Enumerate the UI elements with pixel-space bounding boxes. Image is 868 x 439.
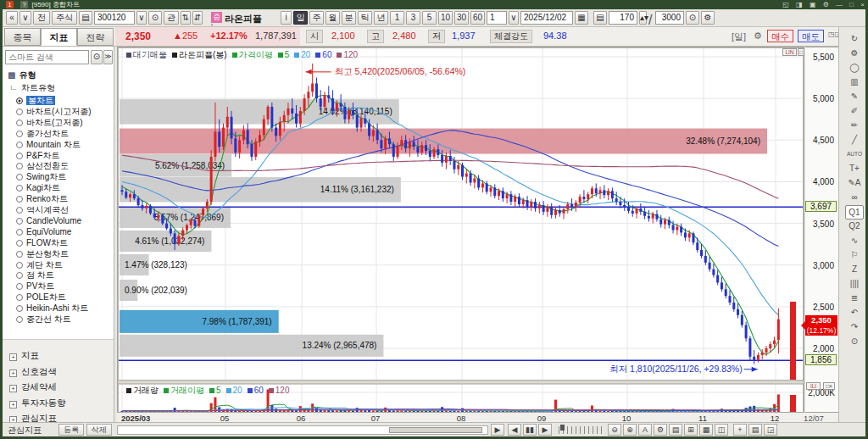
period-button-주[interactable]: 주	[309, 11, 324, 25]
tool-icon-1[interactable]: ⚙	[845, 47, 864, 61]
tool-icon-18[interactable]: ≣	[845, 292, 864, 306]
h-scrollbar-thumb[interactable]	[389, 427, 482, 433]
tool-icon-17[interactable]: ||||	[845, 277, 864, 292]
chart-type-2[interactable]: 바차트(고저종)	[3, 117, 114, 128]
chart-type-14[interactable]: 분산형차트	[3, 248, 114, 259]
bottom-right-icon-1[interactable]: ▤	[748, 424, 762, 436]
search-more-icon[interactable]: ≫	[103, 50, 113, 64]
period-button-월[interactable]: 월	[326, 11, 340, 25]
expand-icon[interactable]: +	[9, 353, 17, 361]
radio-icon[interactable]	[16, 262, 23, 269]
chart-type-16[interactable]: 점 차트	[3, 270, 114, 281]
sidebar-section-지표[interactable]: +지표	[3, 350, 114, 362]
tool-icon-21[interactable]: ⊙	[845, 335, 864, 349]
gear-icon[interactable]: ⚙	[754, 31, 762, 42]
chart-type-13[interactable]: FLOW차트	[3, 237, 114, 248]
tool-icon-13[interactable]: Q2	[845, 220, 864, 234]
search-input[interactable]	[5, 50, 89, 64]
sort-down-icon[interactable]: ⇵	[192, 11, 203, 25]
tool-icon-7[interactable]: ╱	[845, 133, 864, 147]
bottom-icon-1[interactable]: ⊕	[623, 424, 637, 436]
tool-icon-10[interactable]: ✎A	[845, 176, 864, 191]
tool-icon-16[interactable]: Z	[845, 263, 864, 277]
bottom-icon-5[interactable]: ⊞	[684, 424, 698, 436]
h-scrollbar[interactable]	[117, 425, 488, 435]
info-button[interactable]: i	[281, 11, 292, 25]
asset-class-button[interactable]: 주식	[52, 11, 77, 25]
chart-type-7[interactable]: Swing차트	[3, 171, 114, 182]
prev-stock-button[interactable]: 전	[33, 11, 50, 25]
radio-icon[interactable]	[16, 108, 23, 115]
bottom-icon-4[interactable]: ▤	[669, 424, 682, 436]
chart-type-8[interactable]: Kagi차트	[3, 182, 114, 193]
bottom-icon-2[interactable]: A	[638, 424, 652, 436]
sidebar-section-투자자동향[interactable]: +투자자동향	[3, 397, 114, 409]
chart-type-12[interactable]: EquiVolume	[3, 226, 114, 237]
radio-icon[interactable]	[16, 218, 23, 225]
layout-icon[interactable]: ▤	[79, 11, 92, 25]
chart-type-5[interactable]: P&F차트	[3, 150, 114, 161]
count-spinner[interactable]: ▴▾	[639, 11, 647, 25]
bottom-icon-6[interactable]: ▦	[699, 424, 713, 436]
tool-icon-15[interactable]: ⚐	[845, 248, 864, 263]
interval-button-60[interactable]: 60	[470, 11, 485, 25]
radio-icon[interactable]	[16, 97, 23, 104]
bottom-right-icon-2[interactable]: ◲	[764, 424, 777, 436]
candle-count-input[interactable]: 170	[609, 11, 637, 25]
interval-input[interactable]: 1	[487, 11, 507, 25]
chart-type-15[interactable]: 계단 차트	[3, 259, 114, 270]
apply-count-icon[interactable]: ⊙	[686, 11, 699, 25]
chart-type-9[interactable]: Renko차트	[3, 193, 114, 204]
tool-icon-2[interactable]: ◯	[845, 61, 864, 75]
window-controls[interactable]: ◱ ◨ ▣ ⚙ — □ ×	[782, 0, 867, 9]
tool-icon-6[interactable]: ✏	[845, 119, 864, 133]
expand-icon[interactable]: +	[9, 401, 17, 408]
tool-icon-8[interactable]: AUTO	[845, 147, 864, 162]
interval-button-1[interactable]: 1	[390, 11, 404, 25]
tool-icon-5[interactable]: ✐	[845, 104, 864, 119]
date-input[interactable]: 2025/12/02	[520, 11, 573, 25]
chart-type-0[interactable]: 봉차트	[3, 95, 114, 106]
chart-type-18[interactable]: POLE차트	[3, 292, 114, 303]
help-icon[interactable]: ?	[20, 1, 28, 8]
bottom-icon-0[interactable]: ⊖	[608, 424, 621, 436]
interval-button-30[interactable]: 30	[454, 11, 469, 25]
search-icon[interactable]: ⊙	[91, 50, 103, 64]
radio-icon[interactable]	[16, 294, 23, 301]
chart-type-11[interactable]: CandleVolume	[3, 215, 114, 226]
tool-icon-20[interactable]: ↷	[845, 320, 864, 335]
tool-icon-12[interactable]: Q1	[845, 205, 864, 220]
sell-button[interactable]: 매도	[798, 30, 824, 42]
zoom-slider[interactable]	[559, 426, 603, 434]
sidebar-section-신호검색[interactable]: +신호검색	[3, 366, 114, 378]
expand-icon[interactable]: +	[9, 385, 17, 392]
main-pane-max-button[interactable]: □	[798, 48, 804, 56]
watchlist-button[interactable]: 관	[164, 11, 179, 25]
radio-icon[interactable]	[16, 163, 23, 169]
bottom-icon-7[interactable]: ◫	[715, 424, 728, 436]
radio-icon[interactable]	[16, 251, 23, 258]
tool-icon-14[interactable]: ∿	[845, 234, 864, 248]
tool-icon-11[interactable]: ∞	[845, 191, 864, 205]
chart-type-20[interactable]: 중간선 차트	[3, 314, 114, 325]
chart-area[interactable]: 14.02% (3,140,115)32.48% (7,274,104)5.62…	[117, 47, 804, 413]
chart-type-19[interactable]: Heikin-Ashi 차트	[3, 303, 114, 314]
tick-mode-icon[interactable]: ▤	[593, 11, 607, 25]
tab-종목[interactable]: 종목	[4, 28, 41, 46]
radio-icon[interactable]	[16, 283, 23, 290]
zoom-slider-handle[interactable]	[560, 425, 565, 431]
volume-pane-scale-button[interactable]: ILI	[806, 382, 821, 390]
radio-icon[interactable]	[16, 272, 23, 279]
radio-icon[interactable]	[16, 119, 23, 126]
nav-back-button[interactable]: «	[6, 11, 18, 25]
radio-icon[interactable]	[16, 207, 23, 214]
total-count-input[interactable]: 3000	[655, 11, 684, 25]
delete-button-2[interactable]: 삭제	[86, 424, 112, 436]
buy-button[interactable]: 매수	[767, 30, 793, 42]
tab-지표[interactable]: 지표	[41, 28, 77, 46]
toolbar-settings-icon[interactable]: ⚙	[701, 11, 715, 25]
chart-type-3[interactable]: 종가선차트	[3, 128, 114, 139]
bottom-right-icon-0[interactable]: +	[733, 424, 747, 436]
radio-icon[interactable]	[16, 185, 23, 192]
radio-icon[interactable]	[16, 316, 23, 323]
